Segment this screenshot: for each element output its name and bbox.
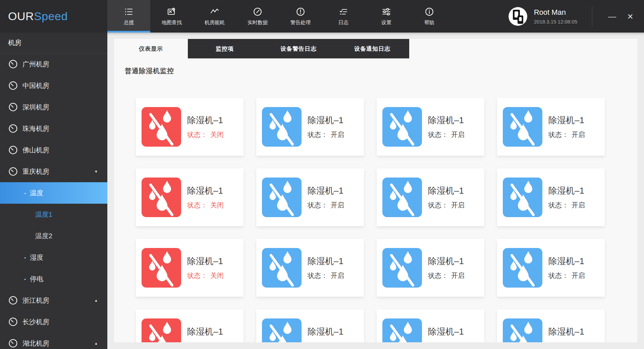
dehumidifier-card[interactable]: 除湿机–1 状态： 关闭 [136, 98, 244, 156]
device-title: 除湿机–1 [428, 185, 465, 197]
dehumidifier-card[interactable]: 除湿机–1 状态： 开启 [377, 239, 484, 297]
sidebar-item-label: 湖北机房 [22, 339, 49, 348]
water-drop-slash-icon [503, 107, 542, 147]
status-value: 关闭 [210, 271, 224, 280]
status-label: 状态： [308, 201, 328, 210]
sidebar-item[interactable]: · 温度 [0, 182, 107, 204]
overview-icon [124, 7, 133, 16]
user-meta: Root Man 2018.3.15 12:08:05 [534, 8, 577, 24]
sidebar-item[interactable]: 湖北机房 ▲ [0, 333, 107, 349]
sidebar-item-label: 温度 [30, 189, 43, 198]
sidebar-item[interactable]: · 停电 [0, 268, 107, 290]
water-drop-slash-icon [262, 318, 302, 342]
water-drop-slash-icon [142, 107, 181, 147]
device-title: 除湿机–1 [187, 326, 224, 338]
sidebar-item-label: 温度2 [35, 232, 52, 241]
device-status: 状态： 开启 [428, 342, 465, 342]
minimize-button[interactable]: — [605, 9, 619, 23]
tab[interactable]: 设备通知日志 [335, 39, 409, 58]
dehumidifier-card[interactable]: 除湿机–1 状态： 开启 [497, 168, 605, 226]
tab[interactable]: 仪表显示 [114, 39, 188, 58]
sidebar-item[interactable]: 深圳机房 [0, 96, 107, 118]
nav-item[interactable]: 帮助 [408, 0, 451, 33]
sidebar-item-label: 深圳机房 [22, 103, 49, 112]
water-drop-slash-icon [382, 178, 422, 217]
dehumidifier-card[interactable]: 除湿机–1 状态： 关闭 [136, 239, 244, 297]
device-status: 状态： 开启 [428, 130, 465, 139]
dehumidifier-card[interactable]: 除湿机–1 状态： 开启 [377, 98, 484, 156]
device-title: 除湿机–1 [308, 185, 344, 197]
dehumidifier-card[interactable]: 除湿机–1 状态： 开启 [497, 98, 605, 156]
dehumidifier-card[interactable]: 除湿机–1 状态： 开启 [256, 239, 364, 297]
sidebar-item-label: 广州机房 [22, 60, 49, 69]
nav-item[interactable]: 设置 [365, 0, 408, 33]
card-text: 除湿机–1 状态： 开启 [548, 255, 585, 280]
status-value: 开启 [572, 271, 585, 280]
content-panel: 仪表显示 监控项 设备警告日志 设备通知日志 [114, 39, 637, 342]
tab[interactable]: 设备警告日志 [262, 39, 335, 58]
sidebar-item[interactable]: 珠海机房 [0, 118, 107, 139]
device-title: 除湿机–1 [548, 185, 585, 197]
status-value: 关闭 [210, 201, 224, 210]
gauge-icon [8, 123, 18, 134]
tab-label: 仪表显示 [139, 45, 163, 53]
device-status: 状态： 开启 [548, 201, 585, 210]
dehumidifier-card[interactable]: 除湿机–1 状态： 开启 [256, 309, 364, 342]
device-status: 状态： 开启 [548, 271, 585, 280]
expand-arrow-icon: ▼ [94, 169, 98, 173]
card-text: 除湿机–1 状态： 开启 [428, 326, 465, 342]
status-label: 状态： [308, 342, 328, 342]
sidebar-item[interactable]: 温度1 [0, 204, 107, 225]
nav-item[interactable]: 总揽 [107, 0, 150, 33]
sidebar-item-label: 浙江机房 [22, 296, 49, 305]
app-window: OURSpeed 机房 广州机房 [0, 0, 644, 349]
nav-item[interactable]: 日志 [322, 0, 365, 33]
device-title: 除湿机–1 [548, 255, 585, 267]
sidebar-item[interactable]: · 湿度 [0, 247, 107, 268]
device-title: 除湿机–1 [187, 185, 224, 197]
status-value: 开启 [451, 201, 465, 210]
sidebar-item[interactable]: 浙江机房 ▲ [0, 290, 107, 311]
sidebar-item[interactable]: 长沙机房 [0, 311, 107, 333]
dehumidifier-card[interactable]: 除湿机–1 状态： 开启 [377, 309, 484, 342]
sidebar: OURSpeed 机房 广州机房 [0, 0, 107, 349]
gauge-icon [8, 59, 18, 69]
sidebar-item[interactable]: 佛山机房 [0, 139, 107, 161]
sidebar-item[interactable]: 温度2 [0, 225, 107, 247]
nav-item[interactable]: 警告处理 [279, 0, 322, 33]
nav-item-label: 设置 [381, 19, 391, 26]
dehumidifier-card[interactable]: 除湿机–1 状态： 开启 [377, 168, 484, 226]
user-avatar[interactable] [508, 7, 527, 26]
device-title: 除湿机–1 [308, 255, 344, 267]
sidebar-room-list: 广州机房 中国机房 [0, 53, 107, 349]
status-label: 状态： [548, 271, 569, 280]
user-datetime: 2018.3.15 12:08:05 [534, 19, 577, 24]
sidebar-item[interactable]: 中国机房 [0, 75, 107, 96]
dehumidifier-card[interactable]: 除湿机–1 状态： 开启 [256, 98, 364, 156]
nav-items: 总揽 地图查找 机房能耗 实时数据 [107, 0, 451, 33]
nav-item[interactable]: 机房能耗 [193, 0, 236, 33]
dehumidifier-card[interactable]: 除湿机–1 状态： 关闭 [136, 309, 244, 342]
card-text: 除湿机–1 状态： 关闭 [187, 326, 224, 342]
nav-item[interactable]: 实时数据 [236, 0, 279, 33]
nav-item[interactable]: 地图查找 [150, 0, 193, 33]
status-value: 开启 [572, 342, 585, 342]
gauge-icon [8, 295, 18, 305]
dehumidifier-card[interactable]: 除湿机–1 状态： 开启 [497, 309, 605, 342]
dehumidifier-card[interactable]: 除湿机–1 状态： 开启 [497, 239, 605, 297]
device-card-grid: 除湿机–1 状态： 关闭 [136, 98, 637, 342]
nav-item-label: 地图查找 [162, 19, 182, 26]
card-text: 除湿机–1 状态： 开启 [548, 185, 585, 210]
dehumidifier-card[interactable]: 除湿机–1 状态： 关闭 [136, 168, 244, 226]
status-value: 开启 [331, 130, 344, 139]
dehumidifier-card[interactable]: 除湿机–1 状态： 开启 [256, 168, 364, 226]
sidebar-item[interactable]: 重庆机房 ▼ [0, 161, 107, 182]
sidebar-item[interactable]: 广州机房 [0, 53, 107, 75]
sidebar-item-label: 长沙机房 [22, 317, 49, 327]
status-label: 状态： [308, 130, 328, 139]
status-value: 开启 [572, 201, 585, 210]
water-drop-slash-icon [262, 107, 302, 147]
status-label: 状态： [548, 201, 569, 210]
tab[interactable]: 监控项 [188, 39, 262, 58]
close-button[interactable]: × [623, 9, 637, 23]
